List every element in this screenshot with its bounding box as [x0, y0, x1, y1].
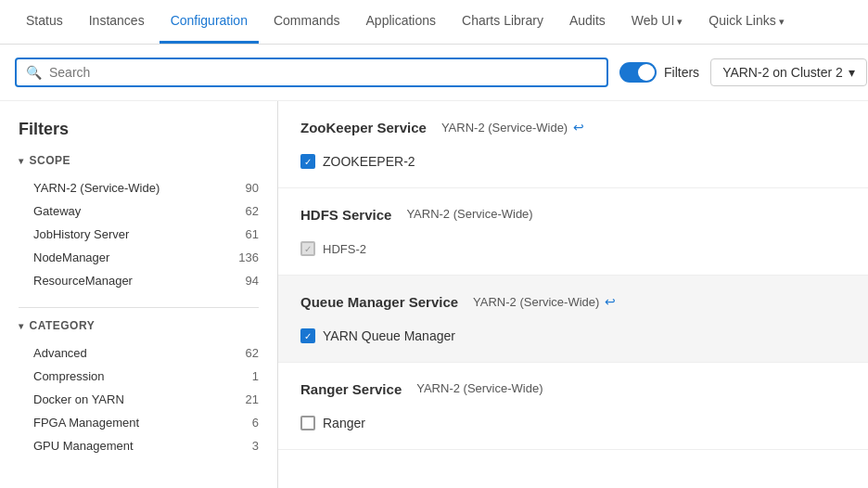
- filter-item-jobhistory[interactable]: JobHistory Server 61: [19, 223, 259, 246]
- filter-item-nodemanager[interactable]: NodeManager 136: [19, 246, 259, 269]
- scope-chevron-icon: ▾: [19, 156, 24, 166]
- nav-item-applications[interactable]: Applications: [355, 0, 448, 44]
- ranger-service-name: Ranger Service: [300, 381, 402, 397]
- search-input[interactable]: [49, 65, 597, 80]
- filters-toggle-area: Filters: [619, 62, 699, 83]
- zookeeper-option-row: ✓ ZOOKEEPER-2: [300, 154, 846, 169]
- cluster-dropdown-label: YARN-2 on Cluster 2: [722, 65, 843, 80]
- nav-item-status[interactable]: Status: [15, 0, 74, 44]
- nav-item-commands[interactable]: Commands: [262, 0, 351, 44]
- filter-item-count: 6: [252, 416, 259, 430]
- nav-item-charts-library[interactable]: Charts Library: [451, 0, 555, 44]
- category-header-label: CATEGORY: [30, 319, 96, 332]
- ranger-scope: YARN-2 (Service-Wide): [416, 381, 602, 395]
- filter-item-docker-on-yarn[interactable]: Docker on YARN 21: [19, 388, 259, 411]
- zookeeper-service-name: ZooKeeper Service: [300, 120, 427, 135]
- zookeeper-checkbox[interactable]: ✓: [300, 154, 315, 169]
- main-layout: Filters ▾ SCOPE YARN-2 (Service-Wide) 90…: [0, 101, 868, 488]
- filter-item-label: JobHistory Server: [33, 227, 129, 241]
- content-area: ZooKeeper Service YARN-2 (Service-Wide) …: [278, 101, 868, 488]
- filter-item-label: Compression: [33, 369, 105, 383]
- filter-item-count: 94: [246, 274, 259, 288]
- filter-section-category: ▾ CATEGORY Advanced 62 Compression 1 Doc…: [19, 319, 259, 457]
- filter-item-label: Advanced: [33, 346, 87, 360]
- filter-item-label: Gateway: [33, 204, 81, 218]
- zookeeper-option-label: ZOOKEEPER-2: [323, 154, 415, 169]
- zookeeper-scope-label: YARN-2 (Service-Wide): [441, 121, 568, 135]
- nav-item-instances[interactable]: Instances: [78, 0, 156, 44]
- hdfs-checkbox[interactable]: ✓: [300, 241, 315, 256]
- queue-manager-scope: YARN-2 (Service-Wide) ↩: [473, 294, 658, 309]
- filter-item-count: 3: [252, 439, 259, 453]
- queue-manager-checkbox[interactable]: ✓: [300, 328, 315, 343]
- hdfs-scope-label: YARN-2 (Service-Wide): [406, 207, 532, 221]
- cluster-dropdown[interactable]: YARN-2 on Cluster 2 ▾: [710, 58, 867, 86]
- filter-item-count: 61: [246, 227, 259, 241]
- sidebar-filters: Filters ▾ SCOPE YARN-2 (Service-Wide) 90…: [0, 101, 278, 488]
- cluster-dropdown-arrow-icon: ▾: [849, 65, 855, 80]
- zookeeper-arrow-icon[interactable]: ↩: [573, 120, 584, 135]
- filter-item-resourcemanager[interactable]: ResourceManager 94: [19, 269, 259, 292]
- config-row-hdfs: HDFS Service YARN-2 (Service-Wide): [300, 207, 846, 234]
- filters-label: Filters: [664, 65, 699, 80]
- hdfs-option-label: HDFS-2: [323, 242, 366, 256]
- nav-item-web-ui[interactable]: Web UI: [620, 0, 695, 44]
- filter-item-label: YARN-2 (Service-Wide): [33, 181, 160, 195]
- queue-manager-option-row: ✓ YARN Queue Manager: [300, 328, 846, 343]
- search-icon: 🔍: [26, 65, 42, 80]
- filter-item-count: 136: [238, 250, 259, 264]
- hdfs-option-row: ✓ HDFS-2: [300, 241, 846, 256]
- filter-section-scope-header[interactable]: ▾ SCOPE: [19, 154, 259, 167]
- zookeeper-scope: YARN-2 (Service-Wide) ↩: [441, 120, 627, 135]
- queue-manager-scope-label: YARN-2 (Service-Wide): [473, 295, 599, 309]
- filter-item-label: Docker on YARN: [33, 392, 124, 406]
- hdfs-service-name: HDFS Service: [300, 207, 391, 223]
- filter-item-count: 90: [246, 181, 259, 195]
- nav-item-audits[interactable]: Audits: [558, 0, 617, 44]
- filters-toggle-switch[interactable]: [619, 62, 657, 83]
- queue-manager-service-name: Queue Manager Service: [300, 294, 458, 310]
- category-chevron-icon: ▾: [19, 321, 24, 331]
- filter-item-gpu[interactable]: GPU Management 3: [19, 434, 259, 457]
- filter-item-label: ResourceManager: [33, 274, 133, 288]
- config-section-ranger: Ranger Service YARN-2 (Service-Wide) Ran…: [278, 363, 868, 450]
- nav-item-quick-links[interactable]: Quick Links: [697, 0, 795, 44]
- ranger-option-row: Ranger: [300, 416, 846, 430]
- queue-manager-arrow-icon[interactable]: ↩: [605, 294, 616, 309]
- filter-item-count: 62: [246, 346, 259, 360]
- nav-bar: Status Instances Configuration Commands …: [0, 0, 868, 45]
- filter-item-label: FPGA Management: [33, 416, 139, 430]
- filter-item-compression[interactable]: Compression 1: [19, 365, 259, 388]
- config-row-zookeeper: ZooKeeper Service YARN-2 (Service-Wide) …: [300, 120, 846, 147]
- hdfs-scope: YARN-2 (Service-Wide): [406, 207, 592, 221]
- filter-section-scope: ▾ SCOPE YARN-2 (Service-Wide) 90 Gateway…: [19, 154, 259, 292]
- scope-header-label: SCOPE: [30, 154, 71, 167]
- search-area: 🔍 Filters YARN-2 on Cluster 2 ▾: [0, 45, 868, 101]
- filter-item-count: 21: [246, 392, 259, 406]
- filter-item-gateway[interactable]: Gateway 62: [19, 199, 259, 223]
- filter-section-category-header[interactable]: ▾ CATEGORY: [19, 319, 259, 332]
- filter-item-fpga[interactable]: FPGA Management 6: [19, 411, 259, 434]
- ranger-checkbox[interactable]: [300, 416, 315, 430]
- filter-item-count: 1: [252, 369, 259, 383]
- config-section-hdfs: HDFS Service YARN-2 (Service-Wide) ✓ HDF…: [278, 188, 868, 276]
- filter-item-yarn2-servicewide[interactable]: YARN-2 (Service-Wide) 90: [19, 176, 259, 199]
- sidebar-title: Filters: [19, 120, 259, 139]
- config-section-zookeeper: ZooKeeper Service YARN-2 (Service-Wide) …: [278, 101, 868, 188]
- filter-item-label: NodeManager: [33, 250, 109, 264]
- filter-item-count: 62: [246, 204, 259, 218]
- sidebar-divider: [19, 307, 259, 308]
- config-row-queue-manager: Queue Manager Service YARN-2 (Service-Wi…: [300, 294, 846, 321]
- nav-item-configuration[interactable]: Configuration: [160, 0, 259, 44]
- ranger-scope-label: YARN-2 (Service-Wide): [416, 381, 542, 395]
- queue-manager-option-label: YARN Queue Manager: [323, 328, 455, 343]
- config-section-queue-manager: Queue Manager Service YARN-2 (Service-Wi…: [278, 276, 868, 363]
- filter-item-label: GPU Management: [33, 439, 134, 453]
- ranger-option-label: Ranger: [323, 416, 365, 430]
- search-box-container: 🔍: [15, 58, 608, 87]
- filter-item-advanced[interactable]: Advanced 62: [19, 341, 259, 365]
- config-row-ranger: Ranger Service YARN-2 (Service-Wide): [300, 381, 846, 408]
